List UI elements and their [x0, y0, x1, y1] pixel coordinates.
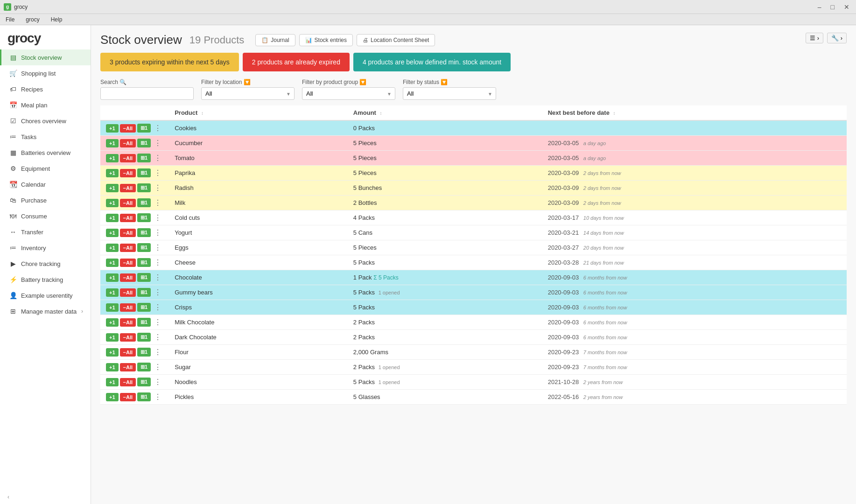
open-button[interactable]: ⊞1 — [137, 228, 151, 237]
open-button[interactable]: ⊞1 — [137, 139, 151, 147]
add-button[interactable]: +1 — [106, 169, 119, 177]
menu-help[interactable]: Help — [49, 15, 64, 24]
consume-button[interactable]: −All — [120, 273, 136, 282]
menu-grocy[interactable]: grocy — [24, 15, 41, 24]
more-button[interactable]: ⋮ — [152, 333, 163, 342]
consume-button[interactable]: −All — [120, 348, 136, 357]
consume-button[interactable]: −All — [120, 333, 136, 342]
add-button[interactable]: +1 — [106, 363, 119, 371]
add-button[interactable]: +1 — [106, 229, 119, 237]
more-button[interactable]: ⋮ — [152, 139, 163, 147]
open-button[interactable]: ⊞1 — [137, 124, 151, 133]
add-button[interactable]: +1 — [106, 139, 119, 147]
sidebar-item-recipes[interactable]: 🏷 Recipes — [0, 81, 91, 97]
add-button[interactable]: +1 — [106, 318, 119, 327]
product-group-filter-select[interactable]: All — [302, 87, 395, 100]
location-filter-select[interactable]: All — [201, 87, 295, 100]
consume-button[interactable]: −All — [120, 124, 136, 133]
more-button[interactable]: ⋮ — [152, 183, 163, 192]
consume-button[interactable]: −All — [120, 303, 136, 312]
consume-button[interactable]: −All — [120, 214, 136, 222]
open-button[interactable]: ⊞1 — [137, 348, 151, 357]
sidebar-item-stock-overview[interactable]: ▤ Stock overview — [0, 49, 91, 65]
add-button[interactable]: +1 — [106, 124, 119, 133]
consume-button[interactable]: −All — [120, 229, 136, 237]
open-button[interactable]: ⊞1 — [137, 378, 151, 386]
consume-button[interactable]: −All — [120, 154, 136, 162]
consume-button[interactable]: −All — [120, 318, 136, 327]
open-button[interactable]: ⊞1 — [137, 258, 151, 267]
more-button[interactable]: ⋮ — [152, 378, 163, 386]
open-button[interactable]: ⊞1 — [137, 363, 151, 371]
consume-button[interactable]: −All — [120, 288, 136, 297]
sidebar-item-tasks[interactable]: ≔ Tasks — [0, 129, 91, 145]
sidebar-item-inventory[interactable]: ≔ Inventory — [0, 240, 91, 256]
add-button[interactable]: +1 — [106, 393, 119, 401]
add-button[interactable]: +1 — [106, 273, 119, 282]
status-filter-select[interactable]: All — [403, 87, 496, 100]
more-button[interactable]: ⋮ — [152, 318, 163, 327]
more-button[interactable]: ⋮ — [152, 288, 163, 297]
settings-button[interactable]: 🔧 › — [827, 33, 847, 43]
stock-entries-button[interactable]: 📊 Stock entries — [299, 34, 353, 46]
open-button[interactable]: ⊞1 — [137, 154, 151, 162]
add-button[interactable]: +1 — [106, 214, 119, 222]
maximize-button[interactable]: □ — [828, 2, 837, 12]
open-button[interactable]: ⊞1 — [137, 273, 151, 282]
open-button[interactable]: ⊞1 — [137, 213, 151, 222]
more-button[interactable]: ⋮ — [152, 154, 163, 162]
consume-button[interactable]: −All — [120, 378, 136, 386]
open-button[interactable]: ⊞1 — [137, 318, 151, 327]
journal-button[interactable]: 📋 Journal — [255, 34, 295, 46]
consume-button[interactable]: −All — [120, 244, 136, 252]
open-button[interactable]: ⊞1 — [137, 168, 151, 177]
more-button[interactable]: ⋮ — [152, 348, 163, 357]
more-button[interactable]: ⋮ — [152, 228, 163, 237]
col-next-best-before[interactable]: Next best before date ↕ — [542, 105, 847, 120]
sidebar-item-chores-overview[interactable]: ☑ Chores overview — [0, 113, 91, 129]
sidebar-item-shopping-list[interactable]: 🛒 Shopping list — [0, 65, 91, 81]
open-button[interactable]: ⊞1 — [137, 183, 151, 192]
add-button[interactable]: +1 — [106, 333, 119, 342]
consume-button[interactable]: −All — [120, 259, 136, 267]
min-stock-alert[interactable]: 4 products are below defined min. stock … — [353, 53, 511, 71]
open-button[interactable]: ⊞1 — [137, 303, 151, 312]
more-button[interactable]: ⋮ — [152, 168, 163, 177]
consume-button[interactable]: −All — [120, 393, 136, 401]
sidebar-item-manage-master-data[interactable]: ⊞ Manage master data › — [0, 303, 91, 319]
open-button[interactable]: ⊞1 — [137, 392, 151, 401]
more-button[interactable]: ⋮ — [152, 392, 163, 401]
sidebar-item-chore-tracking[interactable]: ▶ Chore tracking — [0, 256, 91, 272]
add-button[interactable]: +1 — [106, 348, 119, 357]
more-button[interactable]: ⋮ — [152, 258, 163, 267]
add-button[interactable]: +1 — [106, 154, 119, 162]
expiring-alert[interactable]: 3 products expiring within the next 5 da… — [100, 53, 239, 71]
open-button[interactable]: ⊞1 — [137, 243, 151, 252]
add-button[interactable]: +1 — [106, 199, 119, 207]
sidebar-item-meal-plan[interactable]: 📅 Meal plan — [0, 97, 91, 113]
consume-button[interactable]: −All — [120, 184, 136, 192]
sidebar-item-batteries-overview[interactable]: ▦ Batteries overview — [0, 145, 91, 161]
more-button[interactable]: ⋮ — [152, 273, 163, 282]
add-button[interactable]: +1 — [106, 378, 119, 386]
col-amount[interactable]: Amount ↕ — [348, 105, 542, 120]
hamburger-menu-button[interactable]: ☰ › — [806, 33, 823, 43]
sidebar-item-consume[interactable]: 🍽 Consume — [0, 208, 91, 224]
sidebar-item-purchase[interactable]: 🛍 Purchase — [0, 192, 91, 208]
sidebar-collapse-button[interactable]: ‹ — [0, 490, 91, 504]
add-button[interactable]: +1 — [106, 244, 119, 252]
menu-file[interactable]: File — [4, 15, 16, 24]
open-button[interactable]: ⊞1 — [137, 288, 151, 297]
more-button[interactable]: ⋮ — [152, 303, 163, 312]
more-button[interactable]: ⋮ — [152, 198, 163, 207]
sidebar-item-equipment[interactable]: ⚙ Equipment — [0, 161, 91, 176]
add-button[interactable]: +1 — [106, 288, 119, 297]
sidebar-item-transfer[interactable]: ↔ Transfer — [0, 224, 91, 240]
more-button[interactable]: ⋮ — [152, 124, 163, 133]
sidebar-item-battery-tracking[interactable]: ⚡ Battery tracking — [0, 272, 91, 287]
add-button[interactable]: +1 — [106, 259, 119, 267]
minimize-button[interactable]: – — [815, 2, 824, 12]
search-input[interactable] — [100, 87, 194, 100]
consume-button[interactable]: −All — [120, 363, 136, 371]
open-button[interactable]: ⊞1 — [137, 333, 151, 342]
